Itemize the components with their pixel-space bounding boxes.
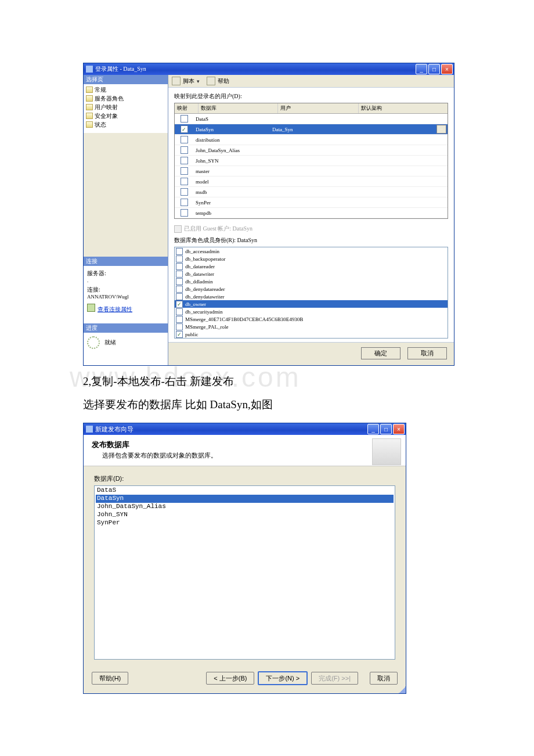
cell-db: msdb: [193, 189, 270, 195]
wizard-maximize-button[interactable]: □: [380, 424, 392, 434]
map-checkbox[interactable]: [181, 178, 188, 185]
role-checkbox[interactable]: [176, 248, 183, 255]
mapping-caption: 映射到此登录名的用户(D):: [174, 92, 448, 100]
map-checkbox[interactable]: [181, 136, 188, 143]
wizard-minimize-button[interactable]: _: [367, 424, 379, 434]
role-checkbox[interactable]: [176, 263, 183, 270]
map-checkbox[interactable]: [181, 167, 188, 175]
table-row[interactable]: msdb: [175, 187, 448, 197]
role-checkbox[interactable]: [176, 316, 183, 323]
role-name: db_securityadmin: [185, 309, 223, 315]
list-item[interactable]: DataS: [96, 487, 394, 495]
role-name: MSmerge_PAL_role: [185, 324, 229, 330]
script-dropdown-icon[interactable]: ▾: [197, 78, 200, 84]
map-checkbox[interactable]: [181, 146, 188, 154]
mapping-table[interactable]: 映射 数据库 用户 默认架构 DataS✓DataSynData_Syn...d…: [174, 103, 448, 219]
map-checkbox[interactable]: [181, 157, 188, 164]
cell-db: John_SYN: [193, 158, 270, 164]
role-checkbox[interactable]: [176, 323, 183, 330]
dialog-footer: 确定 取消: [168, 342, 454, 365]
page-status: 状态: [84, 120, 168, 129]
map-checkbox[interactable]: [181, 199, 188, 206]
table-row[interactable]: distribution: [175, 135, 448, 145]
map-checkbox[interactable]: [181, 209, 188, 217]
resize-grip-icon[interactable]: [399, 686, 406, 693]
role-row[interactable]: db_datareader: [175, 262, 448, 270]
wizard-cancel-button[interactable]: 取消: [370, 672, 398, 685]
view-connection-link[interactable]: 查看连接属性: [98, 305, 132, 314]
role-row[interactable]: db_backupoperator: [175, 255, 448, 262]
progress-status: 就绪: [104, 339, 116, 347]
map-checkbox[interactable]: ✓: [181, 125, 188, 133]
wizard-next-button[interactable]: 下一步(N) >: [258, 671, 308, 685]
role-checkbox[interactable]: [176, 286, 183, 293]
new-publication-wizard: 新建发布向导 _ □ × 发布数据库 选择包含要发布的数据或对象的数据库。 数据…: [83, 423, 406, 694]
role-row[interactable]: ✓public: [175, 330, 448, 338]
role-checkbox[interactable]: [176, 308, 183, 315]
table-row[interactable]: SynPer: [175, 197, 448, 208]
map-checkbox[interactable]: [181, 188, 188, 196]
table-row[interactable]: master: [175, 166, 448, 177]
role-row[interactable]: db_accessadmin: [175, 247, 448, 255]
link-icon: [87, 304, 95, 312]
role-checkbox[interactable]: [176, 278, 183, 285]
role-row[interactable]: db_ddladmin: [175, 278, 448, 285]
table-row[interactable]: model: [175, 177, 448, 187]
role-name: db_denydatareader: [185, 286, 225, 292]
role-row[interactable]: MSmerge_40E71C4F1B0D47CEBCA45C6B30E4930B: [175, 315, 448, 323]
map-checkbox[interactable]: [181, 115, 188, 123]
help-button[interactable]: 帮助: [218, 77, 229, 85]
cell-user: Data_Syn: [270, 127, 348, 132]
wizard-head-sub: 选择包含要发布的数据或对象的数据库。: [102, 451, 398, 460]
role-name: db_denydatawriter: [185, 294, 224, 300]
role-checkbox[interactable]: [176, 255, 183, 262]
col-map: 映射: [175, 103, 199, 113]
table-row[interactable]: tempdb: [175, 208, 448, 218]
role-row[interactable]: db_datawriter: [175, 270, 448, 278]
minimize-button[interactable]: _: [416, 64, 427, 74]
table-row[interactable]: DataS: [175, 114, 448, 124]
role-row[interactable]: db_denydatareader: [175, 285, 448, 293]
wizard-titlebar[interactable]: 新建发布向导 _ □ ×: [84, 423, 406, 435]
role-row[interactable]: ✓db_owner: [175, 300, 448, 308]
cell-db: model: [193, 179, 270, 185]
wizard-finish-button: 完成(F) >>|: [311, 672, 358, 685]
page-icon: [86, 104, 93, 110]
role-checkbox[interactable]: [176, 271, 183, 278]
server-value: .: [87, 278, 164, 283]
cancel-button[interactable]: 取消: [407, 347, 447, 359]
database-list[interactable]: DataSDataSynJohn_DataSyn_AliasJohn_SYNSy…: [94, 485, 395, 660]
table-row[interactable]: John_DataSyn_Alias: [175, 145, 448, 156]
list-item[interactable]: John_SYN: [96, 511, 394, 519]
schema-browse-button[interactable]: ...: [436, 125, 446, 134]
toolbar: 脚本 ▾ 帮助: [168, 75, 454, 88]
table-row[interactable]: ✓DataSynData_Syn...: [175, 124, 448, 135]
connection-label: 连接:: [87, 286, 164, 294]
maximize-button[interactable]: □: [428, 64, 440, 74]
left-panel: 选择页 常规 服务器角色 用户映射 安全对象 状态 连接 服务器: . 连接: …: [84, 75, 168, 365]
titlebar[interactable]: 登录属性 - Data_Syn _ □ ×: [84, 63, 454, 75]
wizard-close-button[interactable]: ×: [393, 424, 405, 434]
page-tree[interactable]: 常规 服务器角色 用户映射 安全对象 状态: [84, 84, 168, 133]
list-item[interactable]: DataSyn: [96, 495, 394, 503]
role-checkbox[interactable]: ✓: [176, 331, 183, 338]
wizard-back-button[interactable]: < 上一步(B): [206, 672, 254, 685]
role-list[interactable]: db_accessadmindb_backupoperatordb_datare…: [174, 247, 448, 339]
role-checkbox[interactable]: [176, 293, 183, 300]
role-row[interactable]: db_denydatawriter: [175, 293, 448, 300]
role-row[interactable]: MSmerge_PAL_role: [175, 323, 448, 330]
cell-db: tempdb: [193, 210, 270, 216]
ok-button[interactable]: 确定: [361, 347, 400, 359]
list-item[interactable]: SynPer: [96, 519, 394, 527]
script-button[interactable]: 脚本: [183, 77, 194, 85]
close-button[interactable]: ×: [441, 64, 453, 74]
role-row[interactable]: db_securityadmin: [175, 308, 448, 315]
table-row[interactable]: John_SYN: [175, 156, 448, 166]
wizard-help-button[interactable]: 帮助(H): [92, 672, 128, 685]
cell-db: SynPer: [193, 200, 270, 206]
list-item[interactable]: John_DataSyn_Alias: [96, 503, 394, 511]
role-checkbox[interactable]: ✓: [176, 301, 183, 308]
select-page-header: 选择页: [84, 75, 168, 84]
script-icon: [172, 77, 181, 85]
page-general: 常规: [84, 85, 168, 94]
